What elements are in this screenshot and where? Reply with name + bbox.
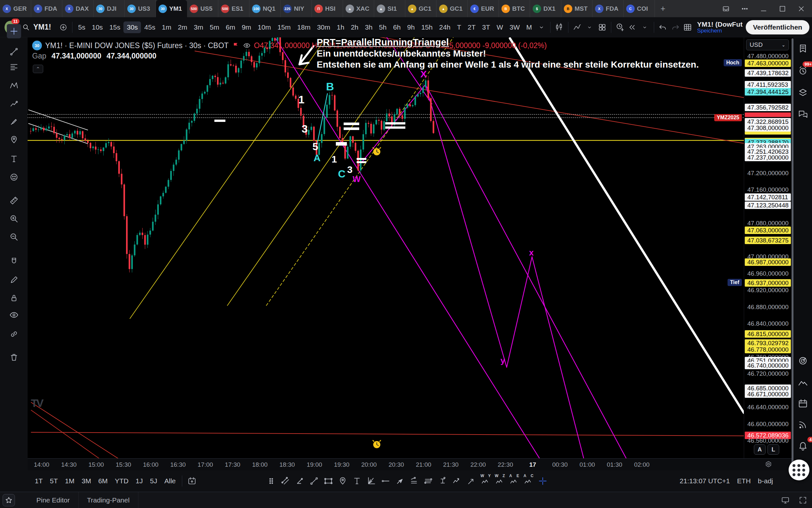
add-tab-button[interactable]: + [655, 0, 671, 17]
parallel-lines-tool[interactable] [421, 474, 436, 488]
alarm-clock-icon[interactable]: 99+ [796, 64, 810, 78]
ticker-tab-hsi[interactable]: ΠHSI [312, 0, 343, 17]
edit-pencil-tool[interactable] [7, 273, 21, 287]
trend-line-tool[interactable] [7, 45, 21, 59]
legend-collapse-button[interactable]: ⌃ [33, 65, 43, 73]
timeframe-5m[interactable]: 5m [206, 22, 223, 33]
layout-grid-icon[interactable] [596, 20, 608, 34]
timeframe-3m[interactable]: 3m [191, 22, 206, 33]
candlestick-chart[interactable]: 1B35A1C3WXxy [28, 37, 744, 458]
forecast-tool[interactable] [7, 96, 21, 111]
range-5j[interactable]: 5J [146, 475, 161, 487]
timeframe-1h[interactable]: 1h [334, 22, 347, 33]
pin-tool[interactable] [7, 133, 21, 147]
chat-icon[interactable] [796, 108, 810, 121]
timeframe-M[interactable]: M [523, 22, 535, 33]
close-icon[interactable] [797, 4, 806, 14]
indicators-icon[interactable] [571, 20, 583, 34]
overflow-dots-icon[interactable] [740, 4, 750, 14]
ticker-tab-ym1[interactable]: 30YM1 [156, 0, 187, 17]
time-axis[interactable]: 14:0014:3015:0015:3016:0016:3017:0017:30… [28, 458, 792, 470]
favorites-star-button[interactable] [3, 494, 15, 506]
emoji-tool[interactable] [7, 170, 21, 184]
magnet-tool[interactable] [7, 254, 21, 269]
ticker-tab-us5[interactable]: 500US5 [187, 0, 218, 17]
flag-icon[interactable] [232, 42, 240, 49]
session-label[interactable]: ETH [737, 477, 751, 485]
ticker-tab-fda[interactable]: XFDA [31, 0, 62, 17]
timeframe-3W[interactable]: 3W [506, 22, 523, 33]
maximize-icon[interactable] [777, 4, 787, 14]
ticker-tab-nq1[interactable]: 100NQ1 [249, 0, 281, 17]
xabcd-pattern-tool[interactable] [7, 78, 21, 93]
currency-selector[interactable]: USD ⌄ [746, 39, 789, 50]
timeframe-5h[interactable]: 5h [376, 22, 390, 33]
redo-icon[interactable] [669, 20, 681, 34]
ticker-tab-us3[interactable]: 30US3 [125, 0, 156, 17]
pine-editor-button[interactable]: Pine Editor [28, 492, 79, 508]
trend-angle-tool[interactable] [293, 474, 307, 488]
timeframe-2T[interactable]: 2T [465, 22, 479, 33]
trend-line-tool[interactable] [307, 474, 321, 488]
ticker-tab-gc1[interactable]: ▲GC1 [436, 0, 468, 17]
detach-monitor-icon[interactable] [781, 496, 790, 505]
timeframe-10m[interactable]: 10m [254, 22, 274, 33]
trash-tool[interactable] [7, 350, 21, 365]
chevron-down-icon[interactable] [535, 20, 547, 34]
timeframe-6h[interactable]: 6h [390, 22, 404, 33]
range-1t[interactable]: 1T [31, 475, 46, 487]
trading-panel-button[interactable]: Trading-Panel [79, 492, 138, 508]
ticker-tab-si1[interactable]: ▲SI1 [374, 0, 405, 17]
zoom-in-tool[interactable] [7, 212, 21, 226]
text-tool-tool[interactable] [7, 152, 21, 166]
grid-table-icon[interactable] [681, 20, 694, 34]
timeframe-2m[interactable]: 2m [175, 22, 190, 33]
range-alle[interactable]: Alle [161, 475, 179, 487]
fullscreen-icon[interactable] [798, 496, 807, 505]
ticker-tab-es1[interactable]: 500ES1 [218, 0, 249, 17]
ticker-tab-xac[interactable]: ▲XAC [343, 0, 374, 17]
ticker-tab-gc1[interactable]: ▲GC1 [405, 0, 436, 17]
pattern-ae-tool[interactable]: AE [507, 474, 521, 488]
drag-handle-tool[interactable] [264, 474, 278, 488]
price-scale-button-l[interactable]: L [767, 444, 779, 455]
ticker-tab-ger[interactable]: XGER [0, 0, 31, 17]
ticker-tab-mst[interactable]: BMST [561, 0, 592, 17]
ticker-tab-eur[interactable]: €EUR [468, 0, 499, 17]
range-5t[interactable]: 5T [46, 475, 62, 487]
goto-date-icon[interactable] [185, 474, 199, 488]
calendar-icon[interactable] [796, 397, 810, 411]
pattern-wy-tool[interactable]: WY [478, 474, 493, 488]
range-6m[interactable]: 6M [95, 475, 111, 487]
vertical-measure-tool[interactable] [436, 474, 450, 488]
ideas-icon[interactable] [796, 376, 810, 389]
time-axis-settings-gear-icon[interactable] [764, 460, 773, 468]
ticker-tab-btc[interactable]: BBTC [499, 0, 530, 17]
signal-icon[interactable] [796, 418, 810, 432]
alert-clock-icon[interactable] [614, 20, 626, 34]
arrow-marker-tool[interactable] [393, 474, 407, 488]
timeframe-15h[interactable]: 15h [418, 22, 436, 33]
lock-tool[interactable] [7, 291, 21, 305]
undo-icon[interactable] [657, 20, 669, 34]
publish-button[interactable]: Veröffentlichen [746, 20, 809, 35]
visibility-icon[interactable] [243, 42, 251, 49]
rectangle-tool[interactable] [321, 474, 336, 488]
watchlist-icon[interactable] [796, 42, 810, 55]
adjustment-label[interactable]: b-adj [758, 477, 773, 485]
replay-icon[interactable] [626, 20, 638, 34]
bell-icon[interactable]: 4 [796, 439, 810, 453]
ticker-tab-niy[interactable]: 225NIY [281, 0, 312, 17]
range-ytd[interactable]: YTD [111, 475, 132, 487]
ticker-tab-dax[interactable]: XDAX [62, 0, 94, 17]
brush-tool[interactable] [7, 115, 21, 129]
timeframe-1m[interactable]: 1m [158, 22, 175, 33]
ticker-tab-dji[interactable]: 30DJI [94, 0, 125, 17]
chevron-down-icon[interactable] [638, 20, 651, 34]
gann-fan-tool[interactable] [364, 474, 378, 488]
pin-tool[interactable] [336, 474, 350, 488]
timeframe-30s[interactable]: 30s [124, 22, 141, 33]
crosshair-tool[interactable] [7, 24, 21, 38]
timeframe-3T[interactable]: 3T [479, 22, 493, 33]
zoom-out-tool[interactable] [7, 230, 21, 244]
